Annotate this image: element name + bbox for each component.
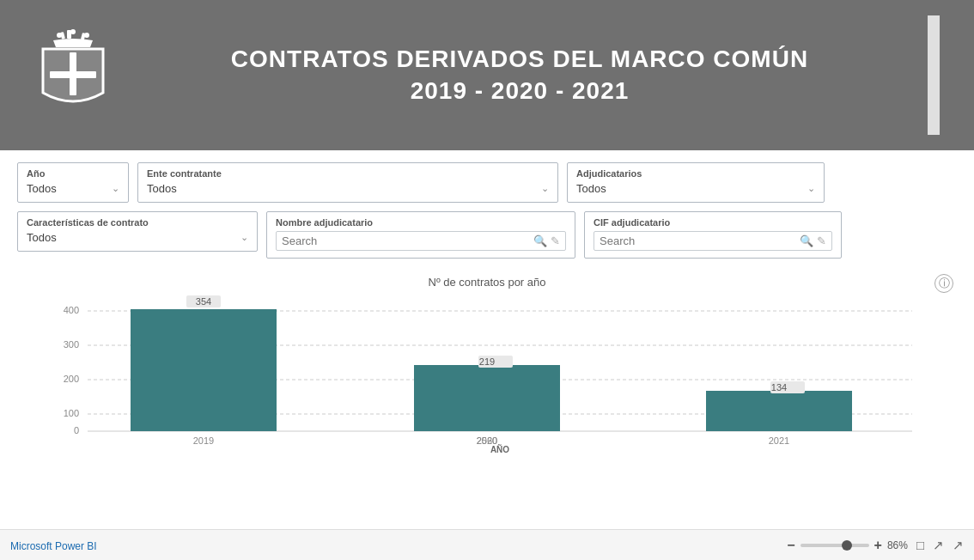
svg-text:2021: 2021 [769,435,789,446]
bottom-right: − + 86% □ ↗ ↗ [787,538,964,553]
logo-icon [34,28,112,123]
scrollbar[interactable] [928,15,940,135]
chart-area: 400 300 200 100 0 354 354 2019 219 2560 … [17,294,957,453]
svg-point-4 [70,29,76,34]
filter-adj-label: Adjudicatarios [576,168,815,179]
filter-adj-value-row: Todos ⌄ [576,182,815,195]
filter-cif-label: CIF adjudicatario [594,217,832,228]
share-icon[interactable]: ↗ [933,538,944,553]
bar-2019[interactable] [131,309,277,431]
zoom-control: − + 86% [787,538,908,553]
eraser-icon[interactable]: ✎ [551,234,560,247]
zoom-slider-thumb[interactable] [842,540,852,551]
filter-ano-label: Año [27,168,119,179]
filter-row-1: Año Todos ⌄ Ente contratante Todos ⌄ Adj… [17,162,957,203]
svg-text:134: 134 [771,382,787,393]
eraser-icon-cif[interactable]: ✎ [817,234,826,247]
chart-info-button[interactable]: ⓘ [934,274,953,293]
filter-adj-value: Todos [576,182,606,195]
header-title: CONTRATOS DERIVADOS DEL MARCO COMÚN 2019… [137,44,902,107]
svg-text:2019: 2019 [193,435,214,446]
nombre-search-input[interactable] [282,234,530,247]
svg-text:400: 400 [64,305,79,315]
filter-ente[interactable]: Ente contratante Todos ⌄ [137,162,558,203]
filter-carac-value-row: Todos ⌄ [27,231,248,244]
filter-cif-input-row: 🔍 ✎ [594,231,832,251]
svg-text:200: 200 [64,374,79,384]
cif-search-input[interactable] [600,234,796,247]
title-line1: CONTRATOS DERIVADOS DEL MARCO COMÚN [231,46,808,72]
svg-text:AÑO: AÑO [490,444,509,453]
svg-text:300: 300 [64,339,79,350]
svg-text:0: 0 [74,425,79,435]
chart-section: Nº de contratos por año ⓘ 400 300 200 10… [0,267,974,529]
chevron-down-icon-carac: ⌄ [240,232,248,243]
bottom-left: Microsoft Power BI [10,538,97,553]
chart-title: Nº de contratos por año [17,276,957,289]
filter-carac-label: Características de contrato [27,217,248,228]
filter-nombre: Nombre adjudicatario 🔍 ✎ [266,211,575,259]
filters-section: Año Todos ⌄ Ente contratante Todos ⌄ Adj… [0,150,974,267]
svg-text:354: 354 [196,296,211,307]
svg-rect-7 [50,71,96,78]
chart-svg: 400 300 200 100 0 354 354 2019 219 2560 … [17,294,957,453]
svg-text:100: 100 [64,408,79,418]
zoom-plus-button[interactable]: + [874,538,882,553]
svg-point-3 [57,33,62,38]
zoom-percent: 86% [887,539,908,551]
chevron-down-icon-adj: ⌄ [807,183,815,194]
filter-ano-value: Todos [27,182,57,195]
powerbi-link[interactable]: Microsoft Power BI [10,540,97,552]
search-icon-cif: 🔍 [800,234,813,247]
main-container: CONTRATOS DERIVADOS DEL MARCO COMÚN 2019… [0,0,974,560]
filter-ente-value: Todos [147,182,177,195]
bottom-bar: Microsoft Power BI − + 86% □ ↗ ↗ [0,529,974,560]
expand-icon[interactable]: ↗ [953,538,964,553]
zoom-slider[interactable] [801,544,869,547]
filter-adjudicatarios[interactable]: Adjudicatarios Todos ⌄ [567,162,825,203]
header: CONTRATOS DERIVADOS DEL MARCO COMÚN 2019… [0,0,974,150]
filter-row-2: Características de contrato Todos ⌄ Nomb… [17,211,957,259]
zoom-minus-button[interactable]: − [787,538,794,553]
filter-caracteristicas[interactable]: Características de contrato Todos ⌄ [17,211,258,252]
filter-ano-value-row: Todos ⌄ [27,182,119,195]
chevron-down-icon-ente: ⌄ [541,183,549,194]
search-icon: 🔍 [533,234,547,247]
filter-ente-value-row: Todos ⌄ [147,182,549,195]
title-line2: 2019 - 2020 - 2021 [411,77,630,104]
filter-carac-value: Todos [27,231,57,244]
filter-ano[interactable]: Año Todos ⌄ [17,162,129,203]
bar-2021[interactable] [706,391,852,431]
svg-text:219: 219 [479,356,495,367]
filter-nombre-input-row: 🔍 ✎ [276,231,566,251]
fullscreen-exit-icon[interactable]: □ [916,538,924,552]
chevron-down-icon: ⌄ [112,183,119,194]
svg-point-5 [84,33,89,38]
filter-ente-label: Ente contratante [147,168,549,179]
filter-cif: CIF adjudicatario 🔍 ✎ [584,211,842,259]
filter-nombre-label: Nombre adjudicatario [276,217,566,228]
bar-2020[interactable] [414,365,560,431]
